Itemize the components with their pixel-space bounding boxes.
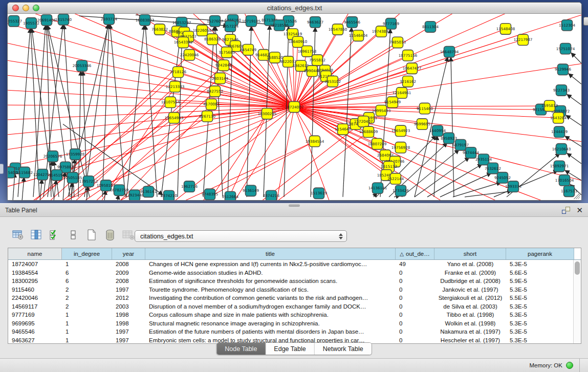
column-header-in_degree[interactable]: in_degree: [62, 248, 112, 259]
table-row[interactable]: 1456911722003Disruption of a novel membe…: [8, 302, 581, 311]
graph-node-label: 1962716: [181, 184, 198, 189]
cell-short: Hescheler et al. (1997): [434, 337, 506, 343]
column-header-out_de[interactable]: △out_de…: [396, 248, 434, 259]
zoom-window-icon[interactable]: [33, 5, 39, 11]
graph-node[interactable]: 9748395: [202, 189, 218, 200]
table-row[interactable]: 969969511998Structural magnetic resonanc…: [8, 319, 581, 328]
tab-network-table[interactable]: Network Table: [315, 343, 372, 355]
window-resize-grip[interactable]: [574, 192, 580, 199]
background-window-sliver[interactable]: [583, 17, 588, 26]
graph-node[interactable]: 9227343: [553, 85, 570, 96]
graph-node[interactable]: 3216162: [400, 76, 416, 87]
splitter-grip[interactable]: [289, 204, 300, 207]
table-panel-titlebar[interactable]: Table Panel ✕: [0, 203, 588, 217]
graph-node[interactable]: 1513619: [311, 188, 327, 199]
delete-rows-icon[interactable]: [102, 228, 118, 242]
table-row[interactable]: 946554611997Estimation of the future num…: [8, 327, 581, 336]
graph-node-label: 17359928: [66, 152, 85, 157]
graph-node[interactable]: 9465546: [344, 17, 360, 28]
citation-network-graph[interactable]: 2055327190557220691406181574026937141608…: [8, 14, 581, 200]
column-header-short[interactable]: short: [434, 248, 506, 259]
graph-node[interactable]: 19654923: [391, 125, 410, 136]
graph-node[interactable]: 17016504: [555, 175, 574, 186]
graph-edge: [567, 153, 581, 163]
graph-node[interactable]: 19654963: [165, 113, 184, 123]
graph-node[interactable]: 15892971: [550, 161, 569, 171]
table-row[interactable]: 977716911998Corpus callosum shape and si…: [8, 311, 581, 319]
graph-node[interactable]: 19384554: [306, 136, 324, 146]
column-header-title[interactable]: title: [145, 248, 396, 259]
graph-node[interactable]: 9699695: [414, 119, 430, 129]
float-panel-icon[interactable]: [562, 207, 570, 214]
graph-node[interactable]: 11548408: [496, 24, 515, 34]
column-header-name[interactable]: name: [8, 248, 62, 259]
graph-node[interactable]: 1093374: [505, 181, 521, 192]
graph-node[interactable]: 16648794: [440, 47, 459, 57]
graph-node[interactable]: 16210643: [552, 144, 571, 155]
network-canvas[interactable]: 2055327190557220691406181574026937141608…: [8, 14, 581, 200]
cell-short: Dudbridge et al. (2008): [434, 278, 506, 284]
new-file-icon[interactable]: [84, 228, 99, 242]
scrollbar-thumb[interactable]: [575, 261, 580, 275]
network-view-window[interactable]: citations_edges.txt 20553271905572206914…: [7, 2, 582, 201]
graph-node[interactable]: 12213383: [166, 81, 185, 92]
column-visibility-icon[interactable]: [29, 228, 44, 242]
graph-edge: [145, 25, 157, 197]
close-window-icon[interactable]: [12, 5, 19, 11]
table-row[interactable]: 1872400712008Changes of HCN gene express…: [8, 260, 581, 269]
table-row[interactable]: 1830029562008Estimation of significance …: [8, 277, 581, 286]
graph-node[interactable]: 1962716: [181, 181, 198, 192]
graph-node[interactable]: 14136141: [368, 183, 387, 193]
graph-node[interactable]: 8374210: [161, 190, 177, 200]
column-header-year[interactable]: year: [112, 248, 145, 259]
graph-node[interactable]: 17359928: [66, 149, 85, 160]
graph-node[interactable]: 2512664: [222, 191, 238, 200]
graph-node[interactable]: 1733426: [393, 185, 409, 196]
table-row[interactable]: 1938455462009Genome-wide association stu…: [8, 269, 581, 277]
graph-node[interactable]: 2693714: [101, 14, 117, 25]
graph-node-label: 7632612: [485, 166, 501, 170]
graph-node[interactable]: 4170081: [203, 99, 220, 110]
graph-node[interactable]: 1815740: [55, 14, 72, 25]
graph-node[interactable]: 9463627: [307, 17, 323, 28]
table-selector-dropdown[interactable]: citations_edges.txt: [135, 230, 347, 242]
graph-node-label: 8186328: [204, 37, 221, 41]
tab-edge-table[interactable]: Edge Table: [266, 343, 314, 355]
graph-node[interactable]: 10688609: [359, 126, 378, 137]
graph-node[interactable]: 20691406: [37, 15, 56, 26]
graph-node[interactable]: 7663822: [151, 24, 168, 35]
row-height-icon[interactable]: [66, 228, 81, 242]
graph-node[interactable]: 11546404: [349, 30, 368, 41]
table-row[interactable]: 911546021997Tourette syndrome. Phenomeno…: [8, 286, 581, 294]
graph-node[interactable]: 22420046: [180, 50, 199, 60]
minimize-window-icon[interactable]: [23, 5, 29, 11]
graph-node[interactable]: 10719185: [242, 16, 261, 27]
tab-node-table[interactable]: Node Table: [216, 343, 266, 355]
table-settings-icon[interactable]: [10, 228, 26, 242]
cell-pagerank: 5.9E-5: [506, 278, 574, 284]
graph-node[interactable]: 19756928: [391, 142, 410, 153]
graph-node[interactable]: 1527607: [207, 16, 223, 27]
graph-node[interactable]: 10547860: [329, 24, 347, 35]
graph-node[interactable]: 9136149: [243, 185, 259, 196]
graph-node[interactable]: 10647427: [403, 63, 422, 74]
cell-in_degree: 1: [62, 320, 112, 326]
window-titlebar[interactable]: citations_edges.txt: [8, 3, 581, 14]
panel-collapse-handle[interactable]: [0, 164, 4, 174]
select-rows-icon[interactable]: [47, 228, 62, 242]
graph-node[interactable]: 2718126: [170, 67, 186, 77]
vertical-scrollbar[interactable]: [573, 260, 581, 343]
graph-node[interactable]: 2055327: [8, 16, 22, 27]
table-row[interactable]: 2242004622012Investigating the contribut…: [8, 294, 581, 302]
column-header-pagerank[interactable]: pagerank: [506, 248, 574, 259]
graph-node[interactable]: 1244419: [551, 126, 568, 137]
node-table: namein_degreeyeartitle△out_de…shortpager…: [8, 248, 581, 344]
graph-node[interactable]: 20053346: [73, 60, 92, 71]
graph-node-label: 2522144: [387, 177, 404, 181]
graph-node[interactable]: 20206576: [43, 151, 62, 162]
memory-ok-indicator[interactable]: [566, 362, 573, 369]
graph-node[interactable]: 15751074: [556, 43, 575, 54]
cell-out_de: 0: [396, 329, 434, 335]
close-panel-icon[interactable]: ✕: [576, 207, 583, 214]
cell-in_degree: 2: [62, 303, 112, 310]
